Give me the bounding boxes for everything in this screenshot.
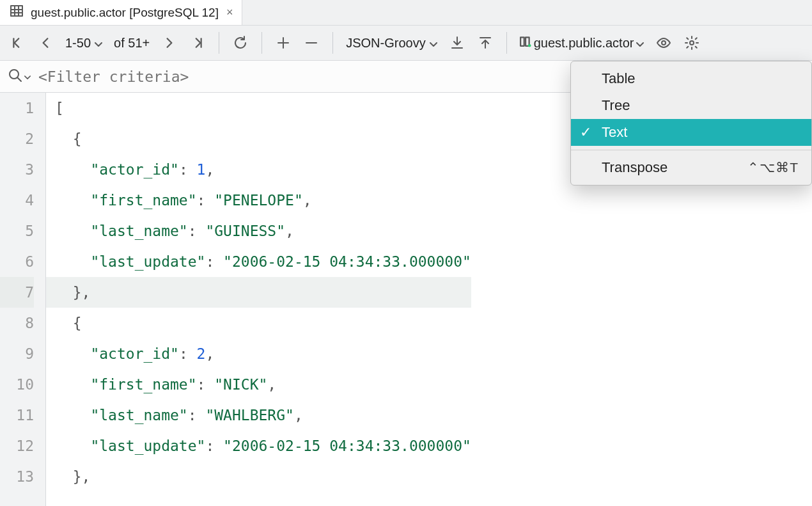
menu-shortcut: ⌃⌥⌘T (747, 160, 799, 175)
add-row-button[interactable] (275, 32, 292, 54)
line-number: 10 (0, 369, 34, 400)
code-line[interactable]: "actor_id": 1, (55, 154, 471, 185)
svg-point-18 (690, 41, 694, 45)
line-number: 6 (0, 246, 34, 277)
line-number: 2 (0, 123, 34, 154)
row-total-label: of 51+ (114, 36, 150, 51)
svg-point-16 (528, 43, 531, 47)
menu-item-label: Tree (602, 97, 630, 114)
last-page-button[interactable] (189, 32, 206, 54)
toolbar-separator (219, 32, 219, 54)
svg-rect-0 (11, 6, 22, 16)
code-line[interactable]: { (55, 123, 471, 154)
code-line[interactable]: [ (55, 93, 471, 123)
result-toolbar: 1-50 of 51+ JSON-Groovy guest.public.act… (0, 26, 812, 61)
extractor-label: JSON-Groovy (346, 36, 425, 51)
tab-title: guest.public.actor [PostgreSQL 12] (31, 6, 219, 20)
code-line[interactable]: "last_update": "2006-02-15 04:34:33.0000… (55, 431, 471, 461)
check-icon: ✓ (580, 124, 591, 141)
line-number: 3 (0, 154, 34, 185)
chevron-down-icon[interactable] (24, 72, 31, 82)
line-number: 11 (0, 400, 34, 431)
code-line[interactable]: }, (46, 277, 471, 308)
editor-tab[interactable]: guest.public.actor [PostgreSQL 12] × (0, 0, 242, 25)
line-number: 13 (0, 461, 34, 492)
toolbar-separator (262, 32, 262, 54)
line-number: 5 (0, 216, 34, 246)
code-line[interactable]: }, (55, 461, 471, 492)
reload-button[interactable] (232, 32, 249, 54)
chevron-down-icon (430, 36, 437, 51)
code-line[interactable]: "first_name": "NICK", (55, 369, 471, 400)
view-mode-button[interactable] (655, 32, 672, 54)
view-mode-menu: TableTree✓Text Transpose ⌃⌥⌘T (570, 61, 812, 186)
svg-point-17 (662, 41, 666, 45)
code-line[interactable]: "actor_id": 2, (55, 338, 471, 369)
line-number: 9 (0, 338, 34, 369)
code-line[interactable]: "last_name": "WAHLBERG", (55, 400, 471, 431)
import-button[interactable] (477, 32, 494, 54)
row-range-dropdown[interactable]: 1-50 (65, 36, 102, 51)
target-label: guest.public.actor (534, 36, 634, 51)
chevron-down-icon (636, 36, 644, 51)
tab-bar: guest.public.actor [PostgreSQL 12] × (0, 0, 812, 26)
menu-item-tree[interactable]: Tree (571, 92, 811, 119)
remove-row-button[interactable] (303, 32, 320, 54)
svg-line-20 (17, 77, 21, 81)
line-number: 8 (0, 308, 34, 338)
row-range-label: 1-50 (65, 36, 91, 51)
close-icon[interactable]: × (225, 6, 235, 19)
table-icon (9, 3, 24, 22)
search-icon[interactable] (8, 68, 23, 85)
code-area[interactable]: [ { "actor_id": 1, "first_name": "PENELO… (46, 93, 471, 506)
target-dropdown[interactable]: guest.public.actor (520, 36, 644, 51)
code-line[interactable]: "last_update": "2006-02-15 04:34:33.0000… (55, 246, 471, 277)
export-button[interactable] (449, 32, 465, 54)
chevron-down-icon (95, 36, 102, 51)
menu-separator (571, 150, 811, 150)
line-number: 12 (0, 431, 34, 461)
first-page-button[interactable] (9, 32, 26, 54)
prev-page-button[interactable] (37, 32, 54, 54)
toolbar-separator (506, 32, 507, 54)
extractor-dropdown[interactable]: JSON-Groovy (346, 36, 437, 51)
line-number: 1 (0, 93, 34, 123)
menu-item-label: Table (602, 70, 636, 87)
settings-button[interactable] (683, 32, 700, 54)
code-line[interactable]: "last_name": "GUINESS", (55, 216, 471, 246)
svg-rect-14 (520, 37, 524, 46)
datasource-icon (520, 36, 531, 51)
menu-item-table[interactable]: Table (571, 65, 811, 92)
line-number: 4 (0, 185, 34, 216)
menu-item-label: Transpose (602, 159, 668, 176)
menu-item-text[interactable]: ✓Text (571, 119, 811, 146)
line-number: 7 (0, 277, 34, 308)
code-line[interactable]: { (55, 308, 471, 338)
toolbar-separator (332, 32, 333, 54)
code-line[interactable]: "first_name": "PENELOPE", (55, 185, 471, 216)
menu-item-transpose[interactable]: Transpose ⌃⌥⌘T (571, 154, 811, 181)
menu-item-label: Text (602, 124, 627, 141)
line-gutter: 12345678910111213 (0, 93, 46, 506)
next-page-button[interactable] (161, 32, 178, 54)
